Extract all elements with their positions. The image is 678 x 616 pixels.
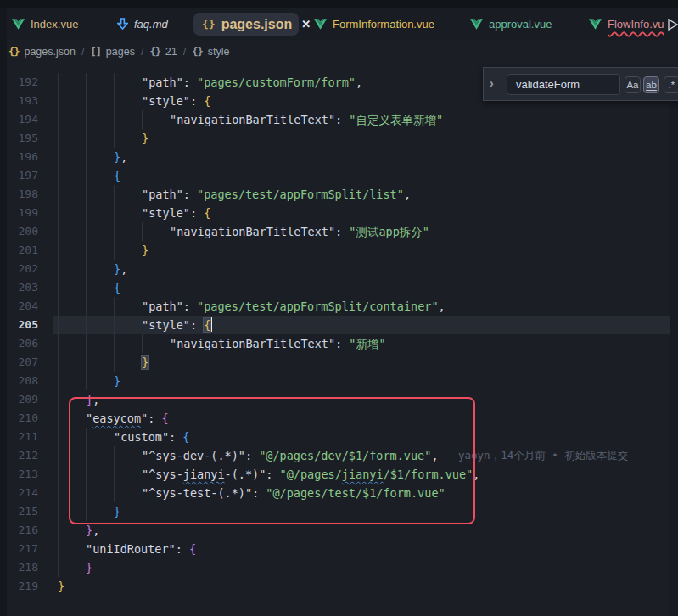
text-cursor — [210, 317, 212, 332]
indent-guide — [86, 372, 87, 390]
code-text: } — [142, 129, 148, 148]
indent-guide — [58, 502, 59, 521]
code-line[interactable]: 213"^sys-jianyi-(.*)": "@/pages/jianyi/$… — [0, 465, 678, 484]
indent-guide — [58, 372, 59, 390]
indent-guide — [58, 540, 59, 558]
indent-guide — [58, 222, 59, 241]
indent-guide — [86, 73, 87, 92]
code-text: } — [142, 241, 148, 260]
code-text: "path": "pages/test/appFormSplit/list", — [142, 185, 411, 204]
code-area[interactable]: 192"path": "pages/customForm/form",193"s… — [0, 64, 678, 616]
indent-guide — [58, 185, 59, 204]
code-text: } — [142, 353, 148, 372]
toggle-replace-chevron-icon[interactable]: › — [490, 76, 494, 90]
indent-guide — [86, 502, 87, 521]
indent-guide — [86, 129, 87, 148]
indent-guide — [58, 297, 59, 316]
find-input[interactable] — [507, 74, 620, 95]
code-line[interactable]: 217"uniIdRouter": { — [0, 540, 678, 558]
code-text: "style": { — [142, 316, 212, 334]
indent-guide — [58, 316, 59, 334]
tab-label: FlowInfo.vu — [608, 18, 664, 31]
code-line[interactable]: 200"navigationBarTitleText": "测试app拆分" — [0, 222, 678, 241]
match-case-icon: Aa — [626, 80, 638, 90]
tab-flowinfo-vue[interactable]: FlowInfo.vu — [589, 8, 664, 40]
code-line[interactable]: 214"^sys-test-(.*)": "@/pages/test/$1/fo… — [0, 484, 678, 502]
tab-index-vue[interactable]: Index.vue — [12, 8, 78, 40]
code-text: "style": { — [142, 92, 210, 110]
breadcrumb-separator: / — [81, 46, 84, 58]
tab-label: approval.vue — [489, 18, 552, 31]
tab-faq-md[interactable]: faq.md — [117, 8, 168, 40]
window-top-strip — [0, 0, 678, 8]
indent-guide — [86, 353, 87, 372]
indent-guide — [58, 92, 59, 110]
indent-guide — [114, 110, 115, 129]
regex-button[interactable]: .* — [664, 76, 678, 93]
whole-word-icon: ab — [646, 80, 657, 90]
code-text: "uniIdRouter": { — [86, 540, 196, 558]
vue-icon — [470, 19, 483, 30]
code-line[interactable]: 207} — [0, 353, 678, 372]
code-line[interactable]: 202}, — [0, 260, 678, 278]
code-line[interactable]: 206"navigationBarTitleText": "新增" — [0, 334, 678, 353]
code-line[interactable]: 195} — [0, 129, 678, 148]
indent-guide — [114, 204, 115, 222]
match-case-button[interactable]: Aa — [625, 76, 641, 93]
code-text: "navigationBarTitleText": "测试app拆分" — [170, 222, 429, 241]
breadcrumb-item-file[interactable]: pages.json — [24, 46, 75, 58]
run-triangle-icon — [667, 19, 678, 31]
code-line[interactable]: 208} — [0, 372, 678, 390]
indent-guide — [58, 558, 59, 577]
code-line[interactable]: 216}, — [0, 521, 678, 540]
left-edge-strip — [0, 8, 7, 616]
code-line[interactable]: 211"custom": { — [0, 428, 678, 446]
regex-icon: .* — [669, 80, 675, 90]
code-line[interactable]: 215} — [0, 502, 678, 521]
code-line[interactable]: 209], — [0, 390, 678, 409]
code-line[interactable]: 196}, — [0, 148, 678, 166]
indent-guide — [58, 428, 59, 446]
breadcrumb-separator: / — [183, 46, 186, 58]
code-line[interactable]: 210"easycom": { — [0, 409, 678, 428]
code-line[interactable]: 201} — [0, 241, 678, 260]
code-line[interactable]: 212"^sys-dev-(.*)": "@/pages/dev/$1/form… — [0, 446, 678, 465]
vue-icon — [314, 19, 327, 30]
close-tab-icon[interactable]: ✕ — [301, 18, 311, 31]
git-blame-annotation: yaoyn，14个月前 • 初始版本提交 — [458, 446, 628, 465]
indent-guide — [114, 446, 115, 465]
code-line[interactable]: 219} — [0, 577, 678, 596]
whole-word-button[interactable]: ab — [643, 76, 659, 93]
code-line[interactable]: 197{ — [0, 166, 678, 185]
run-button[interactable] — [667, 19, 678, 34]
code-line[interactable]: 218} — [0, 558, 678, 577]
indent-guide — [114, 316, 115, 334]
code-text: ], — [86, 390, 99, 409]
breadcrumb-item-21[interactable]: 21 — [165, 46, 177, 58]
json-file-icon: {} — [8, 46, 19, 58]
code-text: }, — [114, 148, 127, 166]
code-text: "^sys-test-(.*)": "@/pages/test/$1/form.… — [142, 484, 445, 502]
tab-approval-vue[interactable]: approval.vue — [470, 8, 552, 40]
breadcrumb-item-style[interactable]: style — [208, 46, 230, 58]
code-text: "easycom": { — [86, 409, 169, 428]
code-line[interactable]: 203{ — [0, 278, 678, 297]
code-line[interactable]: 194"navigationBarTitleText": "自定义表单新增" — [0, 110, 678, 129]
indent-guide — [86, 278, 87, 297]
indent-guide — [142, 110, 143, 129]
indent-guide — [86, 222, 87, 241]
scrollbar-track[interactable] — [670, 102, 678, 616]
breadcrumb-item-pages[interactable]: pages — [106, 46, 135, 58]
indent-guide — [58, 521, 59, 540]
code-line[interactable]: 205"style": { — [0, 316, 678, 334]
tab-pages-json-active[interactable]: {} pages.json ✕ — [193, 13, 299, 36]
indent-guide — [114, 297, 115, 316]
code-line[interactable]: 199"style": { — [0, 204, 678, 222]
indent-guide — [86, 92, 87, 110]
code-line[interactable]: 198"path": "pages/test/appFormSplit/list… — [0, 185, 678, 204]
indent-guide — [114, 73, 115, 92]
indent-guide — [142, 334, 143, 353]
code-line[interactable]: 204"path": "pages/test/appFormSplit/cont… — [0, 297, 678, 316]
code-text: "path": "pages/test/appFormSplit/contain… — [142, 297, 445, 316]
tab-forminformation-vue[interactable]: FormInformation.vue — [314, 8, 434, 40]
